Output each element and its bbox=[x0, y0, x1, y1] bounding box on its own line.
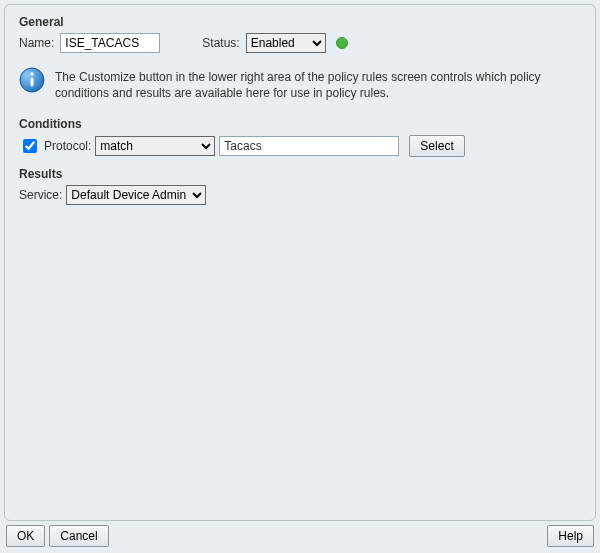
name-input[interactable] bbox=[60, 33, 160, 53]
info-icon bbox=[19, 67, 45, 93]
ok-button[interactable]: OK bbox=[6, 525, 45, 547]
protocol-checkbox[interactable] bbox=[23, 139, 37, 153]
info-block: The Customize button in the lower right … bbox=[19, 67, 581, 101]
service-select[interactable]: Default Device Admin bbox=[66, 185, 206, 205]
protocol-select-button[interactable]: Select bbox=[409, 135, 464, 157]
service-label: Service: bbox=[19, 188, 62, 202]
conditions-title: Conditions bbox=[19, 117, 581, 131]
results-title: Results bbox=[19, 167, 581, 181]
general-title: General bbox=[19, 15, 581, 29]
results-row: Service: Default Device Admin bbox=[19, 185, 581, 205]
status-select[interactable]: Enabled bbox=[246, 33, 326, 53]
conditions-row: Protocol: match Tacacs Select bbox=[19, 135, 581, 157]
general-row: Name: Status: Enabled bbox=[19, 33, 581, 53]
protocol-label: Protocol: bbox=[44, 139, 91, 153]
svg-rect-1 bbox=[31, 78, 34, 87]
svg-point-2 bbox=[30, 72, 33, 75]
cancel-button[interactable]: Cancel bbox=[49, 525, 108, 547]
help-button[interactable]: Help bbox=[547, 525, 594, 547]
protocol-value-field[interactable]: Tacacs bbox=[219, 136, 399, 156]
footer: OK Cancel Help bbox=[0, 521, 600, 553]
name-label: Name: bbox=[19, 36, 54, 50]
policy-panel: General Name: Status: Enabled bbox=[4, 4, 596, 521]
info-text: The Customize button in the lower right … bbox=[55, 67, 555, 101]
status-indicator-icon bbox=[336, 37, 348, 49]
protocol-operator-select[interactable]: match bbox=[95, 136, 215, 156]
status-label: Status: bbox=[202, 36, 239, 50]
